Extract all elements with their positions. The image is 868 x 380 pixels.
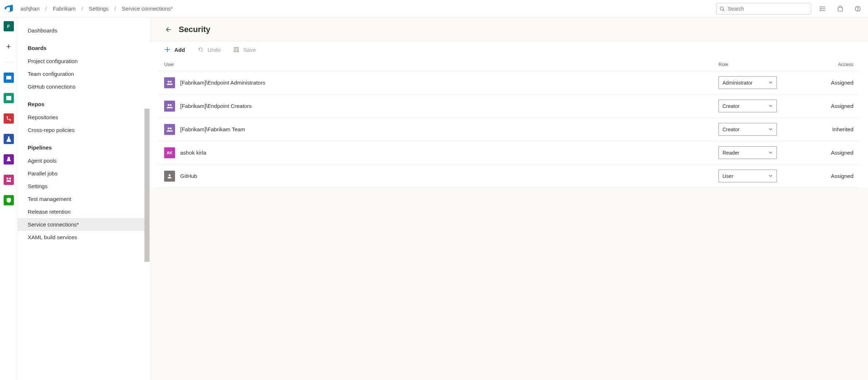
settings-sidebar: DashboardsBoardsProject configurationTea…	[18, 18, 150, 380]
breadcrumb-separator: /	[115, 5, 116, 12]
chevron-down-icon	[768, 127, 773, 132]
search-box[interactable]	[716, 3, 811, 15]
chevron-down-icon	[768, 150, 773, 156]
nav-link[interactable]: Test management	[18, 193, 150, 205]
plus-icon	[164, 46, 171, 53]
access-value: Inherited	[821, 126, 853, 132]
svg-point-27	[168, 127, 170, 129]
nav-link[interactable]: Agent pools	[18, 154, 150, 167]
breadcrumb-separator: /	[81, 5, 83, 12]
svg-rect-12	[6, 96, 11, 100]
undo-icon	[197, 46, 204, 53]
svg-point-6	[820, 8, 821, 9]
azure-devops-logo[interactable]	[4, 4, 13, 13]
user-name: [Fabrikam]\Endpoint Creators	[180, 103, 252, 109]
avatar	[164, 77, 175, 88]
list-icon[interactable]	[817, 3, 829, 15]
nav-link[interactable]: Cross-repo policies	[18, 124, 150, 136]
table-row[interactable]: [Fabrikam]\Endpoint CreatorsCreatorAssig…	[158, 94, 859, 117]
avatar	[164, 101, 175, 112]
back-arrow-icon[interactable]	[164, 26, 171, 33]
user-name: [Fabrikam]\Fabrikam Team	[180, 126, 245, 132]
svg-rect-8	[838, 7, 842, 11]
nav-link[interactable]: Release retention	[18, 205, 150, 218]
access-value: Assigned	[821, 80, 853, 86]
role-select[interactable]: Administrator	[718, 76, 777, 89]
add-button[interactable]: Add	[164, 46, 185, 53]
avatar	[164, 171, 175, 182]
access-value: Assigned	[821, 173, 853, 179]
help-icon[interactable]	[852, 3, 864, 15]
nav-link[interactable]: Service connections*	[18, 218, 150, 231]
nav-link[interactable]: Project configuration	[18, 55, 150, 67]
svg-point-0	[720, 7, 724, 10]
save-icon	[233, 46, 240, 53]
nav-boards-icon[interactable]	[4, 73, 14, 83]
role-select[interactable]: Reader	[718, 146, 777, 159]
breadcrumb-item[interactable]: ashjhan	[20, 5, 40, 12]
breadcrumb: ashjhan / Fabrikam / Settings / Service …	[20, 5, 173, 12]
panel-title: Security	[179, 25, 210, 34]
svg-point-29	[168, 174, 170, 176]
toolbar: Add Undo Save	[150, 41, 868, 58]
nav-overview-icon[interactable]	[4, 175, 14, 185]
user-name: GitHub	[180, 173, 197, 179]
nav-header[interactable]: Repos	[18, 93, 150, 111]
table-row[interactable]: GitHubUserAssigned	[158, 164, 859, 188]
role-value: Administrator	[722, 80, 752, 86]
project-avatar[interactable]: F	[4, 21, 14, 31]
chevron-down-icon	[768, 103, 773, 109]
add-project-icon[interactable]: +	[4, 42, 14, 52]
nav-header[interactable]: Pipelines	[18, 136, 150, 154]
nav-header[interactable]: Boards	[18, 37, 150, 55]
chevron-down-icon	[768, 173, 773, 179]
shopping-bag-icon[interactable]	[834, 3, 846, 15]
breadcrumb-item[interactable]: Fabrikam	[53, 5, 76, 12]
table-row[interactable]: [Fabrikam]\Fabrikam TeamCreatorInherited	[158, 117, 859, 141]
nav-link[interactable]: XAML build services	[18, 231, 150, 244]
svg-rect-21	[235, 47, 237, 49]
breadcrumb-item[interactable]: Service connections*	[122, 5, 173, 12]
user-name: [Fabrikam]\Endpoint Administrators	[180, 80, 265, 86]
nav-link[interactable]: Team configuration	[18, 67, 150, 80]
svg-point-10	[857, 10, 858, 10]
svg-rect-16	[9, 178, 11, 179]
nav-link[interactable]: Parallel jobs	[18, 167, 150, 180]
nav-pipelines-icon[interactable]	[4, 113, 14, 124]
role-value: Creator	[722, 103, 740, 109]
svg-rect-17	[7, 180, 11, 182]
svg-rect-15	[7, 178, 8, 179]
search-input[interactable]	[728, 6, 808, 12]
svg-point-28	[170, 127, 172, 129]
scrollbar-thumb[interactable]	[144, 109, 150, 262]
svg-point-25	[168, 104, 170, 106]
save-button: Save	[233, 46, 256, 53]
nav-link[interactable]: Settings	[18, 180, 150, 193]
nav-artifacts-icon[interactable]	[4, 154, 14, 164]
access-value: Assigned	[821, 103, 853, 109]
column-user: User	[164, 62, 718, 67]
column-access: Access	[821, 62, 853, 67]
save-button-label: Save	[243, 47, 256, 53]
svg-point-26	[170, 104, 172, 106]
table-row[interactable]: [Fabrikam]\Endpoint AdministratorsAdmini…	[158, 71, 859, 94]
chevron-down-icon	[768, 80, 773, 86]
svg-point-23	[168, 81, 170, 82]
role-select[interactable]: Creator	[718, 123, 777, 136]
role-select[interactable]: User	[718, 170, 777, 182]
search-icon	[720, 6, 725, 12]
nav-link[interactable]: GitHub connections	[18, 80, 150, 93]
nav-link[interactable]: Repositories	[18, 111, 150, 124]
avatar: AK	[164, 147, 175, 158]
breadcrumb-item[interactable]: Settings	[89, 5, 108, 12]
role-select[interactable]: Creator	[718, 100, 777, 112]
nav-testplans-icon[interactable]	[4, 134, 14, 144]
access-value: Assigned	[821, 150, 853, 156]
nav-repos-icon[interactable]	[4, 93, 14, 103]
table-row[interactable]: AKashok kirlaReaderAssigned	[158, 141, 859, 164]
nav-security-icon[interactable]	[4, 195, 14, 205]
role-value: Creator	[722, 127, 740, 132]
nav-link[interactable]: Dashboards	[18, 24, 150, 37]
role-value: User	[722, 173, 733, 179]
icon-rail: F +	[0, 18, 18, 380]
